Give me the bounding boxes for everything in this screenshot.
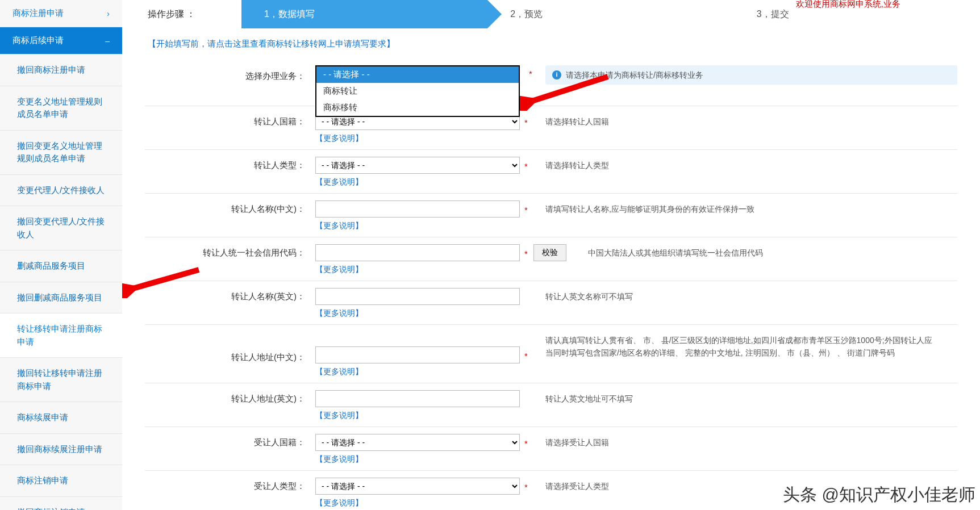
input-assignor-name-en[interactable] <box>315 288 520 305</box>
input-assignor-addr-cn[interactable] <box>315 346 520 363</box>
dropdown-option-transfer[interactable]: 商标转让 <box>316 83 519 99</box>
input-assignor-addr-en[interactable] <box>315 390 520 407</box>
label-business-type: 选择办理业务： <box>145 65 315 82</box>
row-assignor-nationality: 转让人国籍： - - 请选择 - -* 【更多说明】 请选择转让人国籍 <box>145 106 957 150</box>
more-link[interactable]: 【更多说明】 <box>315 367 545 377</box>
more-link[interactable]: 【更多说明】 <box>315 454 545 465</box>
sidebar-item-6[interactable]: 撤回删减商品服务项目 <box>0 282 122 314</box>
step-1[interactable]: 1，数据填写 <box>241 0 487 28</box>
steps: 操作步骤 ： 1，数据填写 2，预览 3，提交 <box>122 0 980 28</box>
form: 选择办理业务： - - 请选择 - - 商标转让 商标移转 * i 请选择本申请… <box>145 61 957 510</box>
label-assignee-type: 受让人类型： <box>145 475 315 492</box>
verify-button[interactable]: 校验 <box>533 244 566 261</box>
required-star: * <box>524 161 528 171</box>
watermark-text: 头条 @知识产权小佳老师 <box>783 485 975 504</box>
hint-assignor-addr-cn: 请认真填写转让人贯有省、 市、 县/区三级区划的详细地址,如四川省成都市青羊区玉… <box>545 329 957 359</box>
step-2[interactable]: 2，预览 <box>487 0 733 28</box>
sidebar: 商标注册申请 › 商标后续申请 – 撤回商标注册申请 变更名义地址管理规则成员名… <box>0 0 122 510</box>
control-assignor-name-en: 【更多说明】 <box>315 286 545 319</box>
hint-business-type: i 请选择本申请为商标转让/商标移转业务 <box>545 65 957 85</box>
more-link[interactable]: 【更多说明】 <box>315 221 545 231</box>
hint-credit-code: 中国大陆法人或其他组织请填写统一社会信用代码 <box>588 242 957 259</box>
select-assignee-nationality[interactable]: - - 请选择 - - <box>315 434 520 451</box>
row-assignor-name-en: 转让人名称(英文)： 【更多说明】 转让人英文名称可不填写 <box>145 281 957 325</box>
hint-assignor-addr-en: 转让人英文地址可不填写 <box>545 388 957 405</box>
sidebar-item-12[interactable]: 撤回商标注销申请 <box>0 497 122 511</box>
input-assignor-name-cn[interactable] <box>315 200 520 218</box>
required-star: * <box>524 351 528 361</box>
control-assignee-nationality: - - 请选择 - -* 【更多说明】 <box>315 432 545 465</box>
sidebar-item-4[interactable]: 撤回变更代理人/文件接收人 <box>0 206 122 250</box>
select-assignor-type[interactable]: - - 请选择 - - <box>315 157 520 174</box>
control-assignor-type: - - 请选择 - -* 【更多说明】 <box>315 154 545 187</box>
select-assignee-type[interactable]: - - 请选择 - - <box>315 478 520 495</box>
row-assignor-type: 转让人类型： - - 请选择 - -* 【更多说明】 请选择转让人类型 <box>145 150 957 194</box>
label-assignee-nationality: 受让人国籍： <box>145 432 315 448</box>
more-link[interactable]: 【更多说明】 <box>315 177 545 187</box>
control-credit-code: * 校验 【更多说明】 <box>315 242 588 275</box>
business-type-dropdown[interactable]: - - 请选择 - - 商标转让 商标移转 <box>315 65 520 117</box>
required-star: * <box>524 205 528 215</box>
more-link[interactable]: 【更多说明】 <box>315 265 588 275</box>
sidebar-item-10[interactable]: 撤回商标续展注册申请 <box>0 434 122 466</box>
step-3[interactable]: 3，提交 <box>734 0 980 28</box>
sidebar-item-1[interactable]: 变更名义地址管理规则成员名单申请 <box>0 86 122 131</box>
label-assignor-name-en: 转让人名称(英文)： <box>145 286 315 302</box>
requirements-link[interactable]: 【开始填写前，请点击这里查看商标转让移转网上申请填写要求】 <box>148 39 395 48</box>
more-link[interactable]: 【更多说明】 <box>315 498 545 508</box>
required-star: * <box>524 438 528 448</box>
dropdown-option-move[interactable]: 商标移转 <box>316 99 519 116</box>
input-credit-code[interactable] <box>315 244 520 261</box>
sidebar-item-9[interactable]: 商标续展申请 <box>0 402 122 434</box>
control-business-type: - - 请选择 - - 商标转让 商标移转 * <box>315 65 545 68</box>
nav-group-followup[interactable]: 商标后续申请 – <box>0 27 122 55</box>
row-credit-code: 转让人统一社会信用代码： * 校验 【更多说明】 中国大陆法人或其他组织请填写统… <box>145 237 957 281</box>
label-assignor-name-cn: 转让人名称(中文)： <box>145 198 315 215</box>
control-assignor-addr-en: 【更多说明】 <box>315 388 545 421</box>
label-assignor-addr-cn: 转让人地址(中文)： <box>145 329 315 363</box>
main-content: 欢迎使用商标网申系统,业务 操作步骤 ： 1，数据填写 2，预览 3，提交 【开… <box>122 0 980 510</box>
hint-assignor-name-en: 转让人英文名称可不填写 <box>545 286 957 303</box>
row-assignor-name-cn: 转让人名称(中文)： * 【更多说明】 请填写转让人名称,应与能够证明其身份的有… <box>145 194 957 237</box>
watermark: 头条 @知识产权小佳老师 <box>783 483 975 507</box>
sidebar-item-2[interactable]: 撤回变更名义地址管理规则成员名单申请 <box>0 131 122 175</box>
sidebar-item-0[interactable]: 撤回商标注册申请 <box>0 55 122 86</box>
steps-label: 操作步骤 ： <box>122 1 241 28</box>
required-star: * <box>524 482 528 492</box>
row-assignor-addr-en: 转让人地址(英文)： 【更多说明】 转让人英文地址可不填写 <box>145 383 957 427</box>
hint-business-type-text: 请选择本申请为商标转让/商标移转业务 <box>566 69 703 81</box>
label-assignor-type: 转让人类型： <box>145 154 315 171</box>
info-icon: i <box>552 70 561 80</box>
label-assignor-nationality: 转让人国籍： <box>145 111 315 127</box>
minus-icon: – <box>105 36 110 45</box>
sidebar-item-7[interactable]: 转让移转申请注册商标申请 <box>0 313 122 358</box>
requirements-link-row: 【开始填写前，请点击这里查看商标转让移转网上申请填写要求】 <box>122 28 980 61</box>
control-assignor-name-cn: * 【更多说明】 <box>315 198 545 231</box>
sidebar-item-3[interactable]: 变更代理人/文件接收人 <box>0 175 122 207</box>
required-star: * <box>529 69 532 78</box>
sidebar-item-5[interactable]: 删减商品服务项目 <box>0 250 122 282</box>
nav-group-register-label: 商标注册申请 <box>12 8 64 19</box>
control-assignee-type: - - 请选择 - -* 【更多说明】 <box>315 475 545 508</box>
chevron-right-icon: › <box>107 9 110 18</box>
label-assignor-addr-en: 转让人地址(英文)： <box>145 388 315 404</box>
nav-group-register[interactable]: 商标注册申请 › <box>0 0 122 27</box>
sidebar-item-11[interactable]: 商标注销申请 <box>0 465 122 497</box>
row-assignee-nationality: 受让人国籍： - - 请选择 - -* 【更多说明】 请选择受让人国籍 <box>145 427 957 471</box>
sidebar-item-8[interactable]: 撤回转让移转申请注册商标申请 <box>0 358 122 402</box>
hint-assignor-nationality: 请选择转让人国籍 <box>545 111 957 128</box>
dropdown-option-placeholder[interactable]: - - 请选择 - - <box>316 66 519 83</box>
label-credit-code: 转让人统一社会信用代码： <box>145 242 315 258</box>
required-star: * <box>524 118 528 127</box>
more-link[interactable]: 【更多说明】 <box>315 133 545 144</box>
control-assignor-addr-cn: * 【更多说明】 <box>315 329 545 377</box>
nav-group-followup-label: 商标后续申请 <box>12 35 64 46</box>
row-business-type: 选择办理业务： - - 请选择 - - 商标转让 商标移转 * i 请选择本申请… <box>145 61 957 106</box>
more-link[interactable]: 【更多说明】 <box>315 411 545 421</box>
hint-assignor-name-cn: 请填写转让人名称,应与能够证明其身份的有效证件保持一致 <box>545 198 957 215</box>
hint-assignor-type: 请选择转让人类型 <box>545 154 957 172</box>
hint-assignee-nationality: 请选择受让人国籍 <box>545 432 957 449</box>
more-link[interactable]: 【更多说明】 <box>315 308 545 319</box>
row-assignor-addr-cn: 转让人地址(中文)： * 【更多说明】 请认真填写转让人贯有省、 市、 县/区三… <box>145 325 957 383</box>
required-star: * <box>524 249 528 258</box>
